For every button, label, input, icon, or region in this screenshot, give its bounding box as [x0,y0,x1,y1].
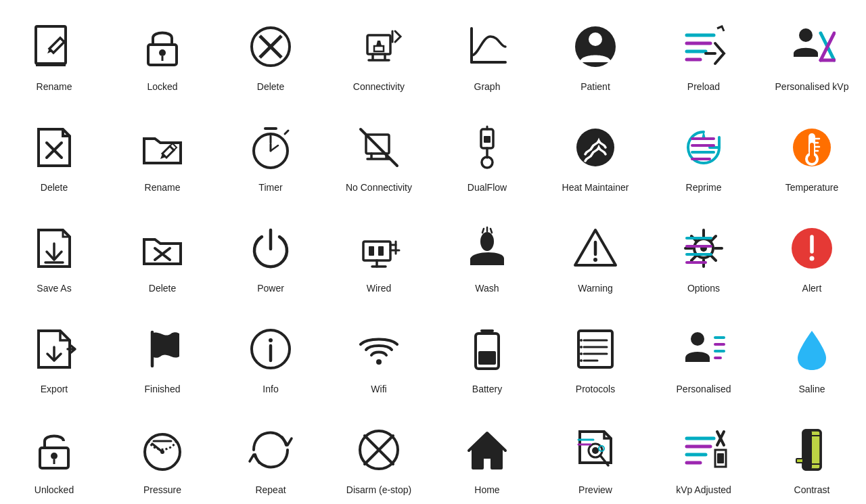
svg-point-91 [580,346,583,348]
icon-reprime[interactable]: Reprime [650,101,758,202]
icon-battery[interactable]: Battery [433,302,541,403]
icon-options[interactable]: Options [650,202,758,302]
icon-delete2[interactable]: Delete [0,101,108,202]
svg-point-94 [691,332,704,346]
svg-point-3 [159,49,166,56]
icon-disarm[interactable]: Disarm (e-stop) [325,403,433,504]
icon-unlocked[interactable]: Unlocked [0,403,108,504]
svg-rect-63 [378,246,384,256]
svg-line-27 [271,145,278,151]
svg-point-104 [160,450,164,454]
icon-pressure[interactable]: Pressure [108,403,216,504]
icon-rename2[interactable]: Rename [108,101,216,202]
svg-point-37 [576,129,614,166]
icon-delete3[interactable]: Delete [108,202,216,302]
icon-timer[interactable]: Timer [216,101,325,202]
svg-rect-84 [478,351,496,365]
icon-export[interactable]: Export [0,302,108,403]
icon-preload[interactable]: Preload [650,0,758,101]
svg-point-100 [51,453,58,459]
icon-contrast[interactable]: Contrast [758,403,866,504]
icon-alert[interactable]: Alert [758,202,866,302]
icon-no-connectivity[interactable]: No Connectivity [325,101,433,202]
icon-patient[interactable]: Patient [541,0,650,101]
icon-grid: Rename Locked Delete [0,0,866,504]
icon-connectivity[interactable]: Connectivity [325,0,433,101]
icon-warning[interactable]: Warning [541,202,650,302]
svg-point-12 [589,32,602,46]
icon-kvp-adjusted[interactable]: kVp Adjusted [650,403,758,504]
icon-delete1[interactable]: Delete [216,0,325,101]
svg-rect-121 [717,453,724,463]
svg-rect-56 [363,242,390,260]
svg-point-75 [810,256,815,261]
icon-dualflow[interactable]: DualFlow [433,101,541,202]
svg-point-18 [799,28,813,42]
icon-graph[interactable]: Graph [433,0,541,101]
icon-saline[interactable]: Saline [758,302,866,403]
icon-personalised-kvp[interactable]: Personalised kVp [758,0,866,101]
icon-protocols[interactable]: Protocols [541,302,650,403]
icon-home[interactable]: Home [433,403,541,504]
svg-point-81 [376,359,382,365]
icon-wash[interactable]: Wash [433,202,541,302]
icon-temperature[interactable]: Temperature [758,101,866,202]
svg-line-29 [285,131,288,134]
svg-point-90 [580,339,583,342]
icon-heat-maintainer[interactable]: Heat Maintainer [541,101,650,202]
icon-power[interactable]: Power [216,202,325,302]
svg-rect-62 [369,246,374,256]
icon-finished[interactable]: Finished [108,302,216,403]
icon-locked[interactable]: Locked [108,0,216,101]
icon-wifi[interactable]: Wifi [325,302,433,403]
svg-rect-128 [796,459,803,463]
svg-point-46 [808,155,816,163]
svg-point-110 [592,447,599,454]
icon-save-as[interactable]: Save As [0,202,108,302]
svg-point-66 [593,258,597,262]
svg-point-64 [480,232,494,251]
icon-repeat[interactable]: Repeat [216,403,325,504]
icon-preview[interactable]: Preview [541,403,650,504]
icon-info[interactable]: Info [216,302,325,403]
icon-personalised[interactable]: Personalised [650,302,758,403]
svg-point-92 [580,352,583,355]
svg-rect-85 [578,331,612,367]
svg-point-93 [580,359,583,362]
svg-rect-36 [484,136,491,143]
icon-rename1[interactable]: Rename [0,0,108,101]
svg-point-79 [269,338,273,342]
icon-wired[interactable]: Wired [325,202,433,302]
